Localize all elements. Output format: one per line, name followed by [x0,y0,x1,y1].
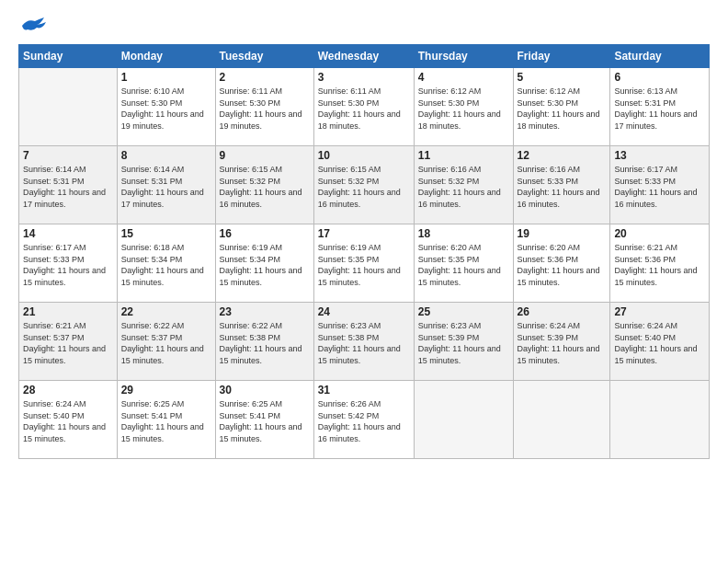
calendar-cell: 13Sunrise: 6:17 AMSunset: 5:33 PMDayligh… [610,146,710,224]
day-number: 17 [318,227,410,240]
day-number: 7 [23,149,113,162]
day-info: Sunrise: 6:23 AMSunset: 5:39 PMDaylight:… [418,320,509,366]
day-info: Sunrise: 6:25 AMSunset: 5:41 PMDaylight:… [220,398,310,444]
weekday-header-friday: Friday [513,45,610,68]
calendar-cell: 20Sunrise: 6:21 AMSunset: 5:36 PMDayligh… [610,224,710,303]
calendar-week-row: 1Sunrise: 6:10 AMSunset: 5:30 PMDaylight… [19,68,710,146]
calendar-cell [610,381,710,459]
calendar-cell: 18Sunrise: 6:20 AMSunset: 5:35 PMDayligh… [414,224,513,303]
header [18,17,710,35]
day-info: Sunrise: 6:22 AMSunset: 5:37 PMDaylight:… [121,320,211,366]
day-number: 16 [220,227,310,240]
calendar-cell: 12Sunrise: 6:16 AMSunset: 5:33 PMDayligh… [513,146,610,224]
calendar-cell: 16Sunrise: 6:19 AMSunset: 5:34 PMDayligh… [215,224,313,303]
day-number: 28 [23,384,113,396]
calendar-cell [414,381,513,459]
day-number: 30 [220,384,310,396]
calendar-cell: 22Sunrise: 6:22 AMSunset: 5:37 PMDayligh… [117,303,215,381]
day-info: Sunrise: 6:15 AMSunset: 5:32 PMDaylight:… [220,164,310,210]
day-number: 2 [220,71,310,84]
calendar-cell: 28Sunrise: 6:24 AMSunset: 5:40 PMDayligh… [19,381,118,459]
day-number: 8 [121,149,211,162]
calendar-cell: 3Sunrise: 6:11 AMSunset: 5:30 PMDaylight… [313,68,414,146]
day-number: 14 [23,227,113,240]
calendar-cell: 15Sunrise: 6:18 AMSunset: 5:34 PMDayligh… [117,224,215,303]
day-info: Sunrise: 6:21 AMSunset: 5:37 PMDaylight:… [23,320,113,366]
day-number: 29 [121,384,211,396]
calendar-cell: 1Sunrise: 6:10 AMSunset: 5:30 PMDaylight… [117,68,215,146]
day-number: 24 [318,305,410,318]
day-number: 6 [614,71,705,84]
calendar-cell: 17Sunrise: 6:19 AMSunset: 5:35 PMDayligh… [313,224,414,303]
day-info: Sunrise: 6:14 AMSunset: 5:31 PMDaylight:… [121,164,211,210]
day-info: Sunrise: 6:17 AMSunset: 5:33 PMDaylight:… [23,242,113,288]
day-number: 3 [318,71,410,84]
weekday-header-saturday: Saturday [610,45,710,68]
calendar-cell: 31Sunrise: 6:26 AMSunset: 5:42 PMDayligh… [313,381,414,459]
calendar-cell: 10Sunrise: 6:15 AMSunset: 5:32 PMDayligh… [313,146,414,224]
calendar-week-row: 21Sunrise: 6:21 AMSunset: 5:37 PMDayligh… [19,303,710,381]
day-info: Sunrise: 6:20 AMSunset: 5:35 PMDaylight:… [418,242,509,288]
day-number: 13 [614,149,705,162]
day-info: Sunrise: 6:25 AMSunset: 5:41 PMDaylight:… [121,398,211,444]
day-number: 18 [418,227,509,240]
calendar-cell: 24Sunrise: 6:23 AMSunset: 5:38 PMDayligh… [313,303,414,381]
day-info: Sunrise: 6:21 AMSunset: 5:36 PMDaylight:… [614,242,705,288]
day-number: 10 [318,149,410,162]
day-number: 25 [418,305,509,318]
day-info: Sunrise: 6:16 AMSunset: 5:32 PMDaylight:… [418,164,509,210]
day-number: 11 [418,149,509,162]
calendar-cell: 5Sunrise: 6:12 AMSunset: 5:30 PMDaylight… [513,68,610,146]
day-info: Sunrise: 6:22 AMSunset: 5:38 PMDaylight:… [220,320,310,366]
day-number: 12 [518,149,607,162]
calendar-cell: 25Sunrise: 6:23 AMSunset: 5:39 PMDayligh… [414,303,513,381]
calendar-cell [19,68,118,146]
weekday-header-monday: Monday [117,45,215,68]
weekday-header-tuesday: Tuesday [215,45,313,68]
day-info: Sunrise: 6:24 AMSunset: 5:40 PMDaylight:… [614,320,705,366]
day-number: 9 [220,149,310,162]
day-info: Sunrise: 6:15 AMSunset: 5:32 PMDaylight:… [318,164,410,210]
day-number: 19 [518,227,607,240]
day-info: Sunrise: 6:12 AMSunset: 5:30 PMDaylight:… [518,86,607,132]
calendar-week-row: 28Sunrise: 6:24 AMSunset: 5:40 PMDayligh… [19,381,710,459]
day-info: Sunrise: 6:13 AMSunset: 5:31 PMDaylight:… [614,86,705,132]
day-info: Sunrise: 6:16 AMSunset: 5:33 PMDaylight:… [518,164,607,210]
day-number: 23 [220,305,310,318]
day-info: Sunrise: 6:26 AMSunset: 5:42 PMDaylight:… [318,398,410,444]
day-number: 27 [614,305,705,318]
day-number: 20 [614,227,705,240]
day-info: Sunrise: 6:11 AMSunset: 5:30 PMDaylight:… [220,86,310,132]
day-info: Sunrise: 6:20 AMSunset: 5:36 PMDaylight:… [518,242,607,288]
day-info: Sunrise: 6:23 AMSunset: 5:38 PMDaylight:… [318,320,410,366]
day-info: Sunrise: 6:18 AMSunset: 5:34 PMDaylight:… [121,242,211,288]
weekday-header-sunday: Sunday [19,45,118,68]
calendar-cell: 8Sunrise: 6:14 AMSunset: 5:31 PMDaylight… [117,146,215,224]
calendar-week-row: 7Sunrise: 6:14 AMSunset: 5:31 PMDaylight… [19,146,710,224]
day-info: Sunrise: 6:24 AMSunset: 5:39 PMDaylight:… [518,320,607,366]
calendar-cell: 7Sunrise: 6:14 AMSunset: 5:31 PMDaylight… [19,146,118,224]
calendar-table: SundayMondayTuesdayWednesdayThursdayFrid… [18,44,710,459]
weekday-header-thursday: Thursday [414,45,513,68]
calendar-cell: 23Sunrise: 6:22 AMSunset: 5:38 PMDayligh… [215,303,313,381]
day-number: 22 [121,305,211,318]
calendar-cell: 27Sunrise: 6:24 AMSunset: 5:40 PMDayligh… [610,303,710,381]
logo-bird-icon [20,17,46,35]
page: SundayMondayTuesdayWednesdayThursdayFrid… [0,0,728,563]
day-info: Sunrise: 6:12 AMSunset: 5:30 PMDaylight:… [418,86,509,132]
calendar-cell: 11Sunrise: 6:16 AMSunset: 5:32 PMDayligh… [414,146,513,224]
day-number: 31 [318,384,410,396]
calendar-cell: 30Sunrise: 6:25 AMSunset: 5:41 PMDayligh… [215,381,313,459]
calendar-cell: 21Sunrise: 6:21 AMSunset: 5:37 PMDayligh… [19,303,118,381]
calendar-cell: 29Sunrise: 6:25 AMSunset: 5:41 PMDayligh… [117,381,215,459]
weekday-header-wednesday: Wednesday [313,45,414,68]
day-info: Sunrise: 6:19 AMSunset: 5:35 PMDaylight:… [318,242,410,288]
day-info: Sunrise: 6:14 AMSunset: 5:31 PMDaylight:… [23,164,113,210]
calendar-cell: 9Sunrise: 6:15 AMSunset: 5:32 PMDaylight… [215,146,313,224]
calendar-cell [513,381,610,459]
day-number: 21 [23,305,113,318]
calendar-cell: 6Sunrise: 6:13 AMSunset: 5:31 PMDaylight… [610,68,710,146]
day-number: 15 [121,227,211,240]
day-info: Sunrise: 6:11 AMSunset: 5:30 PMDaylight:… [318,86,410,132]
day-number: 4 [418,71,509,84]
